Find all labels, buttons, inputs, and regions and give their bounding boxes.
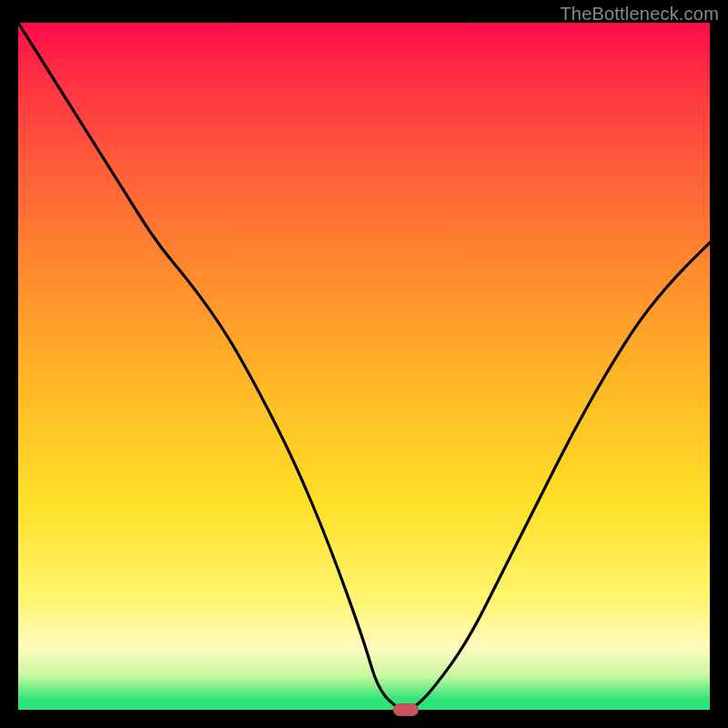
optimum-marker xyxy=(393,703,419,716)
plot-area xyxy=(18,23,710,710)
bottleneck-curve xyxy=(18,23,710,710)
chart-frame: TheBottleneck.com xyxy=(0,0,728,728)
watermark-text: TheBottleneck.com xyxy=(560,4,719,25)
